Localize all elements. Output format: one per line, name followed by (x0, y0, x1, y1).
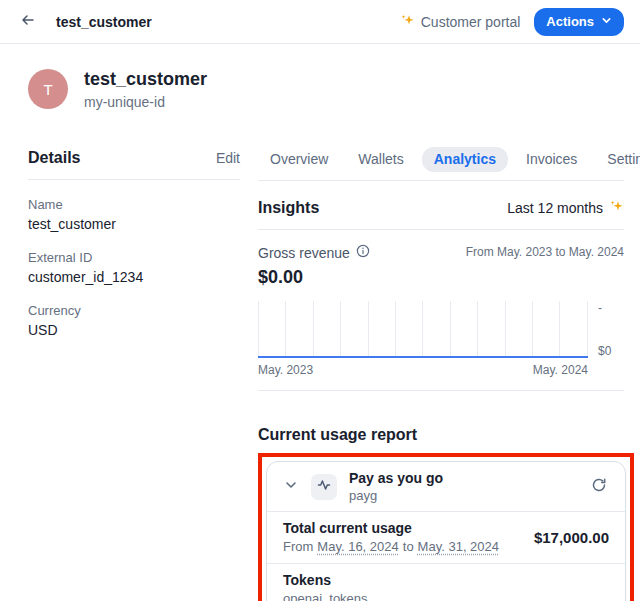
gross-revenue-label: Gross revenue (258, 245, 350, 261)
period-end-date[interactable]: May. 31, 2024 (418, 539, 499, 555)
info-icon[interactable] (356, 244, 370, 261)
gross-revenue-value: $0.00 (258, 266, 624, 288)
chart-gridlines (258, 301, 588, 358)
period-prefix: From (283, 539, 313, 555)
edit-details-button[interactable]: Edit (216, 150, 240, 166)
page-title: test_customer (84, 68, 207, 90)
sparkles-icon (400, 13, 415, 31)
details-panel: Details Edit Name test_customer External… (28, 146, 240, 601)
x-tick-end: May. 2024 (533, 363, 588, 377)
gridline (285, 301, 286, 358)
plan-row: Pay as you go payg (267, 462, 625, 511)
tab-invoices[interactable]: Invoices (514, 147, 589, 172)
topbar: test_customer Customer portal Actions (0, 0, 640, 44)
detail-field-currency: Currency USD (28, 303, 240, 339)
gridline (340, 301, 341, 358)
arrow-left-icon (20, 12, 36, 31)
collapse-button[interactable] (283, 477, 299, 496)
customer-portal-label: Customer portal (421, 14, 521, 30)
annotation-highlight: Pay as you go payg Total current usage (258, 453, 634, 601)
usage-item-name: Tokens (283, 572, 331, 588)
total-usage-label: Total current usage (283, 520, 499, 536)
main-panel: Overview Wallets Analytics Invoices Sett… (258, 146, 624, 601)
plan-icon (311, 474, 337, 500)
gridline (368, 301, 369, 358)
period-selector[interactable]: Last 12 months (507, 199, 624, 217)
period-start-date[interactable]: May. 16, 2024 (317, 539, 398, 555)
period-label: Last 12 months (507, 200, 603, 216)
topbar-actions: Customer portal Actions (400, 8, 624, 36)
detail-field-external-id: External ID customer_id_1234 (28, 250, 240, 286)
chart-y-axis: - $0 (588, 301, 624, 358)
customer-identity: test_customer my-unique-id (84, 68, 207, 110)
gross-revenue-chart: - $0 (258, 301, 624, 358)
refresh-icon (591, 477, 607, 496)
y-tick-zero: $0 (598, 344, 611, 358)
y-tick-top: - (598, 301, 602, 315)
total-usage-period: From May. 16, 2024 to May. 31, 2024 (283, 539, 499, 555)
chevron-down-icon (601, 14, 612, 29)
details-divider (28, 179, 240, 180)
chart-divider (258, 390, 624, 391)
actions-button-label: Actions (546, 14, 594, 29)
total-usage-amount: $17,000.00 (534, 529, 609, 546)
plan-code: payg (349, 488, 443, 503)
topbar-title: test_customer (56, 14, 152, 30)
x-tick-start: May. 2023 (258, 363, 313, 377)
insights-heading: Insights (258, 199, 319, 217)
back-button[interactable] (16, 10, 40, 34)
customer-header: T test_customer my-unique-id (28, 68, 624, 110)
customer-external-id: my-unique-id (84, 94, 207, 110)
total-usage-row: Total current usage From May. 16, 2024 t… (267, 512, 625, 563)
tab-bar: Overview Wallets Analytics Invoices Sett… (258, 146, 624, 172)
usage-report-card: Pay as you go payg Total current usage (266, 461, 626, 601)
tab-settings[interactable]: Settings (595, 147, 640, 172)
total-usage-info: Total current usage From May. 16, 2024 t… (283, 520, 499, 555)
usage-item-row: Tokens openai_tokens (267, 564, 625, 601)
period-connector: to (403, 539, 414, 555)
details-heading: Details (28, 149, 80, 167)
gridline (477, 301, 478, 358)
tab-overview[interactable]: Overview (258, 147, 340, 172)
avatar: T (28, 69, 68, 109)
gridline (505, 301, 506, 358)
customer-portal-link[interactable]: Customer portal (400, 13, 521, 31)
tab-analytics[interactable]: Analytics (422, 147, 508, 172)
avatar-letter: T (43, 81, 52, 98)
gridline (559, 301, 560, 358)
field-value: customer_id_1234 (28, 269, 240, 286)
page-content: T test_customer my-unique-id Details Edi… (0, 68, 640, 601)
usage-item-code: openai_tokens (283, 591, 368, 601)
activity-pulse-icon (316, 477, 332, 497)
field-label: Currency (28, 303, 240, 318)
field-label: External ID (28, 250, 240, 265)
refresh-button[interactable] (589, 475, 609, 498)
field-value: USD (28, 322, 240, 339)
sparkles-icon (609, 199, 624, 217)
gridline (313, 301, 314, 358)
chart-x-axis: May. 2023 May. 2024 (258, 363, 624, 377)
plan-info: Pay as you go payg (349, 470, 443, 503)
chart-plot-area (258, 301, 588, 358)
chart-zero-line (258, 356, 588, 358)
gridline (395, 301, 396, 358)
actions-button[interactable]: Actions (534, 8, 624, 36)
tabs-divider (258, 180, 624, 181)
chevron-down-icon (283, 477, 299, 496)
plan-name: Pay as you go (349, 470, 443, 486)
usage-report-heading: Current usage report (258, 425, 624, 445)
gridline (587, 301, 588, 358)
field-value: test_customer (28, 216, 240, 233)
revenue-date-range: From May. 2023 to May. 2024 (466, 244, 624, 259)
insights-divider (258, 229, 624, 230)
gridline (258, 301, 259, 358)
field-label: Name (28, 197, 240, 212)
detail-field-name: Name test_customer (28, 197, 240, 233)
gridline (532, 301, 533, 358)
gridline (422, 301, 423, 358)
gridline (450, 301, 451, 358)
tab-wallets[interactable]: Wallets (346, 147, 415, 172)
